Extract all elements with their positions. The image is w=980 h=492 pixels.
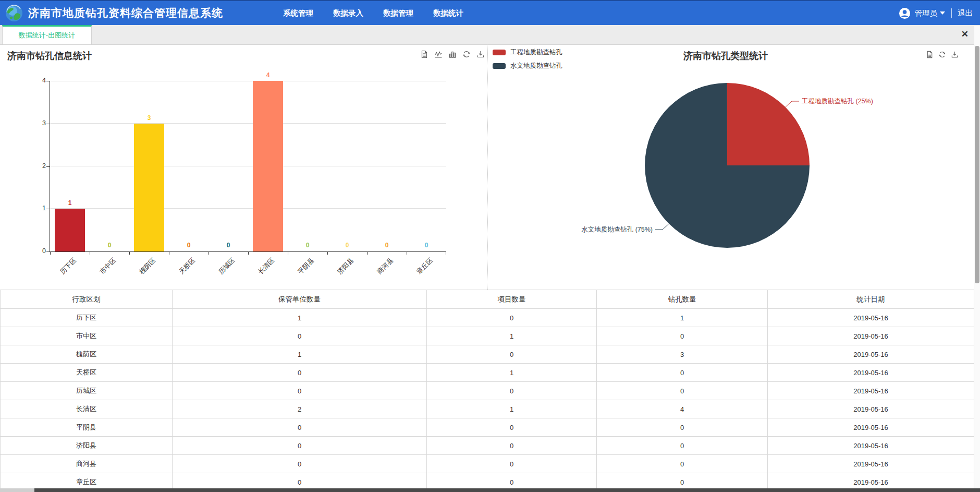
y-axis-tick [46,81,50,81]
table-row: 市中区0102019-05-16 [1,327,974,345]
close-icon[interactable]: ✕ [961,29,969,40]
y-axis-label: 4 [26,77,46,84]
table-cell: 0 [427,345,597,364]
table-cell: 平阴县 [1,418,173,437]
restore-icon[interactable] [462,50,471,58]
user-menu[interactable]: 管理员 [915,8,938,18]
nav-item[interactable]: 数据统计 [423,1,473,25]
table-cell: 0 [427,455,597,473]
switch-to-line-chart-icon[interactable] [434,50,443,58]
nav-item[interactable]: 系统管理 [273,1,323,25]
pie-callout-hydro: 水文地质勘查钻孔 (75%) [581,226,653,233]
x-axis-category-label: 天桥区 [177,256,197,277]
table-cell: 1 [173,309,427,327]
logout-button[interactable]: 退出 [951,8,973,18]
x-axis-tick [367,251,368,255]
table-cell: 3 [597,345,768,364]
table-cell: 1 [427,400,597,418]
x-axis-category-label: 历下区 [58,256,78,277]
horizontal-scrollbar-thumb[interactable] [34,488,980,492]
table-row: 商河县0002019-05-16 [1,455,974,473]
bar-value-label: 0 [169,242,209,249]
table-header-cell: 行政区划 [1,290,173,309]
pie-leader-engineering [786,101,799,107]
gridline [50,208,446,209]
x-axis-tick [248,251,249,255]
table-cell: 1 [597,309,768,327]
table-cell: 2019-05-16 [768,400,974,418]
table-row: 历城区0002019-05-16 [1,382,974,400]
header: 济南市地质钻孔资料综合管理信息系统 系统管理数据录入数据管理数据统计 管理员 退… [0,0,980,25]
bar-value-label: 0 [407,242,446,249]
tab-data-statistics[interactable]: 数据统计-出图统计 [2,25,92,44]
table-row: 平阴县0002019-05-16 [1,418,974,437]
table-cell: 1 [427,327,597,345]
pie-slice-engineering[interactable] [727,83,810,165]
table-header-cell: 统计日期 [768,290,974,309]
table-cell: 0 [597,327,768,345]
table-cell: 0 [597,437,768,455]
table-header-cell: 钻孔数量 [597,290,768,309]
table-cell: 1 [427,364,597,382]
save-as-image-icon[interactable] [476,50,485,58]
data-view-icon[interactable] [926,51,934,59]
bar-value-label: 4 [248,71,288,79]
data-view-icon[interactable] [420,50,428,58]
legend-label: 工程地质勘查钻孔 [510,48,562,57]
y-axis-tick [46,209,50,209]
table-header-cell: 保管单位数量 [173,290,427,309]
nav-item[interactable]: 数据录入 [323,1,373,25]
pie-leader-hydro [655,224,669,230]
pie-chart-toolbox [926,51,959,59]
table-cell: 2019-05-16 [768,418,974,437]
bar-value-label: 1 [50,199,90,207]
x-axis-tick [50,251,51,255]
vertical-scrollbar-thumb[interactable] [975,46,979,283]
x-axis-category-label: 章丘区 [414,256,435,277]
x-axis-category-label: 济阳县 [335,256,356,277]
x-axis-tick [446,251,446,255]
main-nav: 系统管理数据录入数据管理数据统计 [273,1,473,25]
table-cell: 2019-05-16 [768,345,974,364]
restore-icon[interactable] [938,51,947,59]
table-cell: 4 [597,400,768,418]
x-axis-tick [129,251,130,255]
pie-callout-engineering: 工程地质勘查钻孔 (25%) [802,98,873,105]
bar-历下区[interactable] [55,209,85,251]
bar-value-label: 0 [209,242,248,249]
table-cell: 2019-05-16 [768,309,974,327]
gridline [50,123,446,124]
legend-item-工程地质勘查钻孔[interactable]: 工程地质勘查钻孔 [493,48,562,57]
app-title: 济南市地质钻孔资料综合管理信息系统 [28,6,223,20]
nav-item[interactable]: 数据管理 [373,1,423,25]
bar-value-label: 3 [129,114,169,122]
table-cell: 市中区 [1,327,173,345]
y-axis-tick [46,166,50,167]
y-axis-tick [46,251,50,251]
bar-value-label: 0 [367,242,407,249]
user-avatar-icon[interactable] [899,7,911,19]
y-axis-label: 3 [26,119,46,127]
x-axis-tick [169,251,169,255]
x-axis-tick [407,251,407,255]
table-cell: 2 [173,400,427,418]
table-cell: 2019-05-16 [768,437,974,455]
table-cell: 2019-05-16 [768,327,974,345]
table-row: 历下区1012019-05-16 [1,309,974,327]
switch-to-bar-chart-icon[interactable] [448,50,457,58]
bar-plot: 012341历下区0市中区3槐荫区0天桥区0历城区4长清区0平阴县0济阳县0商河… [50,81,446,252]
caret-down-icon[interactable] [940,11,945,15]
table-cell: 2019-05-16 [768,382,974,400]
table-cell: 0 [173,327,427,345]
bar-槐荫区[interactable] [134,124,164,251]
table-cell: 历下区 [1,309,173,327]
table-cell: 0 [173,455,427,473]
save-as-image-icon[interactable] [951,51,959,59]
table-cell: 0 [427,309,597,327]
bar-chart-title: 济南市钻孔信息统计 [7,50,92,62]
bar-value-label: 0 [327,242,367,249]
x-axis-tick [209,251,209,255]
bar-长清区[interactable] [253,81,283,251]
y-axis-label: 0 [26,247,46,255]
table-cell: 0 [427,382,597,400]
